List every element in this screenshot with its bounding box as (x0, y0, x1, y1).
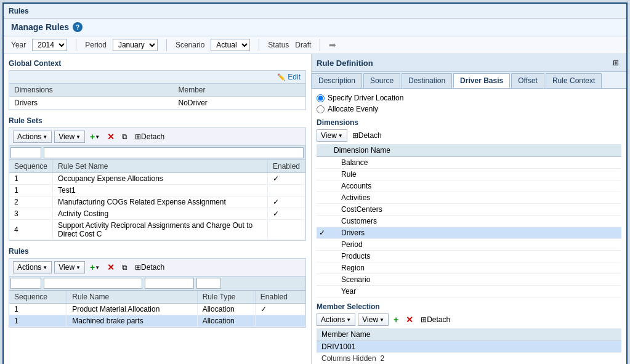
ruleset-col-seq: Sequence (9, 160, 53, 173)
tab-destination[interactable]: Destination (402, 73, 452, 88)
dim-row[interactable]: Balance (317, 157, 621, 169)
period-select[interactable]: January (113, 39, 158, 51)
dim-detach-btn[interactable]: ⊞ Detach (350, 129, 384, 142)
name-cell: Test1 (53, 185, 268, 196)
table-row[interactable]: 1 Occupancy Expense Allocations ✓ (9, 173, 305, 185)
rule-def-maximize-btn[interactable]: ⊞ (610, 57, 621, 69)
tab-source[interactable]: Source (363, 73, 400, 88)
rule-enabled-cell: ✓ (255, 304, 305, 315)
tab-offset[interactable]: Offset (511, 73, 544, 88)
dim-row[interactable]: Activities (317, 192, 621, 204)
delete-icon: ✕ (107, 132, 115, 142)
context-col-member: Member (174, 84, 306, 97)
tab-description[interactable]: Description (312, 73, 362, 88)
rule-def-title: Rule Definition (317, 59, 373, 68)
rules-detach-btn[interactable]: ⊞ Detach (132, 261, 167, 273)
main-content: Global Context ✏️ Edit Dimensions Member (4, 54, 626, 364)
table-row[interactable]: 4 Support Activity Reciprocal Assignment… (9, 220, 305, 240)
dim-view-caret: ▼ (338, 133, 343, 139)
seq-cell: 2 (9, 196, 53, 208)
dim-row[interactable]: Rule (317, 169, 621, 180)
rule-def-header: Rule Definition ⊞ (312, 54, 626, 72)
rules-copy-btn[interactable]: ⧉ (119, 261, 130, 273)
rule-sets-detach-btn[interactable]: ⊞ Detach (132, 131, 167, 143)
dim-row[interactable]: Region (317, 262, 621, 274)
rules-actions-btn[interactable]: Actions ▼ (13, 261, 52, 273)
rules-view-btn[interactable]: View ▼ (54, 261, 85, 273)
seq-cell: 1 (9, 173, 53, 185)
forward-icon[interactable]: ➡ (329, 40, 336, 50)
rule-sets-actions-btn[interactable]: Actions ▼ (13, 131, 52, 143)
global-context-title: Global Context (9, 59, 306, 68)
member-selection-title: Member Selection (317, 302, 621, 311)
enabled-cell: ✓ (267, 208, 305, 220)
rules-box: Actions ▼ View ▼ + ▼ ✕ ⧉ (9, 258, 306, 328)
member-actions-btn[interactable]: Actions ▼ (317, 313, 355, 326)
context-cell-member: NoDriver (174, 97, 306, 110)
context-cell-dim: Drivers (9, 97, 174, 110)
table-row[interactable]: 3 Activity Costing ✓ (9, 208, 305, 220)
allocate-radio[interactable] (317, 105, 325, 113)
help-icon[interactable]: ? (73, 22, 83, 32)
member-view-btn[interactable]: View ▼ (358, 313, 389, 326)
table-row[interactable]: 1 Product Material Allocation Allocation… (9, 304, 305, 315)
dim-row[interactable]: Scenario (317, 274, 621, 286)
rules-toolbar: Actions ▼ View ▼ + ▼ ✕ ⧉ (9, 259, 305, 277)
edit-link[interactable]: ✏️ Edit (277, 73, 301, 81)
rules-actions-caret: ▼ (42, 265, 47, 270)
dim-row[interactable]: Customers (317, 216, 621, 227)
rules-add-btn[interactable]: + ▼ (87, 261, 102, 273)
table-row[interactable]: 1 Test1 (9, 185, 305, 196)
member-detach-btn[interactable]: ⊞ Detach (418, 313, 453, 326)
scenario-select[interactable]: Actual (211, 39, 250, 51)
rule-sets-box: Actions ▼ View ▼ + ▼ ✕ ⧉ (9, 127, 306, 241)
seq-search[interactable] (10, 147, 41, 158)
specify-label: Specify Driver Location (328, 94, 403, 102)
rule-sets-delete-btn[interactable]: ✕ (105, 131, 117, 143)
rules-type-search[interactable] (145, 278, 194, 289)
table-row[interactable]: 2 Manufacturing COGs Related Expense Ass… (9, 196, 305, 208)
dim-name-cell: Products (329, 251, 621, 262)
rules-name-search[interactable] (44, 278, 142, 289)
rule-sets-copy-btn[interactable]: ⧉ (119, 131, 130, 143)
dim-check-cell (317, 286, 329, 297)
name-cell: Activity Costing (53, 208, 268, 220)
dim-name-cell: CostCenters (329, 204, 621, 216)
dim-row[interactable]: ✓ Drivers (317, 227, 621, 239)
name-cell: Support Activity Reciprocal Assignments … (53, 220, 268, 240)
dim-name-cell: Balance (329, 157, 621, 169)
dim-row[interactable]: Products (317, 251, 621, 262)
table-row[interactable]: 1 Machined brake parts Allocation (9, 315, 305, 327)
tab-driver-basis[interactable]: Driver Basis (453, 73, 510, 88)
dim-row[interactable]: Period (317, 239, 621, 251)
rules-col-seq: Sequence (9, 291, 67, 304)
dim-row[interactable]: Year (317, 286, 621, 297)
member-detach-icon: ⊞ (421, 315, 427, 324)
member-delete-btn[interactable]: ✕ (403, 313, 416, 326)
dim-name-cell: Year (329, 286, 621, 297)
dim-name-cell: Region (329, 262, 621, 274)
rules-col-name: Rule Name (67, 291, 197, 304)
tab-rule-context[interactable]: Rule Context (546, 73, 602, 88)
rule-sets-add-btn[interactable]: + ▼ (87, 131, 102, 143)
specify-radio[interactable] (317, 94, 325, 102)
dim-check-cell (317, 274, 329, 286)
context-table: Dimensions Member Drivers NoDriver (9, 84, 305, 110)
year-select[interactable]: 2014 (32, 39, 67, 51)
rules-enabled-search[interactable] (196, 278, 221, 289)
dim-row[interactable]: CostCenters (317, 204, 621, 216)
name-search[interactable] (44, 147, 304, 158)
rules-seq-search[interactable] (10, 278, 41, 289)
dim-toolbar: View ▼ ⊞ Detach (317, 129, 621, 142)
member-add-btn[interactable]: + (391, 313, 401, 326)
rules-col-enabled: Enabled (255, 291, 305, 304)
dim-view-btn[interactable]: View ▼ (317, 129, 347, 142)
rule-name-cell: Machined brake parts (67, 315, 197, 327)
rule-sets-view-btn[interactable]: View ▼ (54, 131, 85, 143)
dim-row[interactable]: Accounts (317, 180, 621, 192)
member-row[interactable]: DRIV1001 (317, 341, 621, 353)
enabled-cell (267, 185, 305, 196)
dim-name-cell: Scenario (329, 274, 621, 286)
rule-name-cell: Product Material Allocation (67, 304, 197, 315)
rules-delete-btn[interactable]: ✕ (105, 261, 117, 273)
